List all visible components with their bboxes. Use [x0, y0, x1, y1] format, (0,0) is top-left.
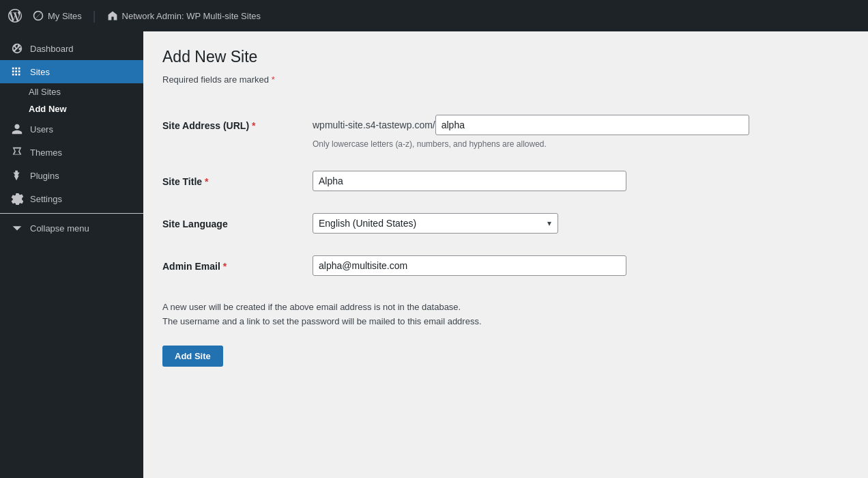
sidebar-sub-all-sites[interactable]: All Sites	[0, 83, 143, 100]
sidebar-item-sites[interactable]: Sites	[0, 60, 143, 83]
sidebar-item-collapse[interactable]: Collapse menu	[0, 216, 143, 240]
site-title-label: Site Title *	[162, 160, 313, 202]
add-new-label: Add New	[29, 104, 67, 114]
page-title: Add New Site	[162, 48, 849, 66]
all-sites-label: All Sites	[29, 87, 61, 97]
info-line-1: A new user will be created if the above …	[162, 300, 849, 315]
my-sites-label: My Sites	[48, 11, 82, 21]
settings-label: Settings	[30, 194, 62, 204]
url-prefix: wpmulti-site.s4-tastewp.com/	[313, 120, 435, 130]
collapse-label: Collapse menu	[30, 223, 89, 234]
home-icon	[107, 10, 118, 21]
site-language-field: English (United States) English (UK) Esp…	[313, 202, 849, 244]
themes-icon	[11, 146, 23, 158]
sidebar-item-themes[interactable]: Themes	[0, 141, 143, 164]
site-title-input[interactable]	[313, 171, 626, 191]
site-address-required: *	[252, 120, 255, 131]
my-sites-icon	[33, 10, 44, 21]
required-note: Required fields are marked *	[162, 74, 849, 85]
site-title-required: *	[205, 176, 208, 187]
collapse-icon	[11, 222, 23, 234]
top-bar: My Sites | Network Admin: WP Multi-site …	[0, 0, 868, 31]
sites-icon	[11, 66, 23, 78]
themes-label: Themes	[30, 147, 62, 158]
main-content: Add New Site Required fields are marked …	[143, 31, 868, 478]
wordpress-icon	[8, 9, 22, 23]
wp-logo-button[interactable]	[8, 9, 22, 23]
sidebar-item-dashboard[interactable]: Dashboard	[0, 37, 143, 60]
network-admin-label: Network Admin: WP Multi-site Sites	[122, 11, 261, 21]
dashboard-icon	[11, 42, 23, 55]
url-hint: Only lowercase letters (a-z), numbers, a…	[313, 139, 849, 149]
sites-label: Sites	[30, 67, 50, 77]
admin-email-required: *	[223, 261, 227, 272]
add-site-button[interactable]: Add Site	[162, 346, 223, 367]
sidebar-item-plugins[interactable]: Plugins	[0, 164, 143, 187]
url-input[interactable]	[435, 115, 749, 135]
site-address-label: Site Address (URL) *	[162, 104, 313, 160]
settings-icon	[11, 193, 23, 205]
language-select-wrapper: English (United States) English (UK) Esp…	[313, 213, 558, 234]
info-line-2: The username and a link to set the passw…	[162, 315, 849, 329]
required-asterisk: *	[272, 74, 275, 85]
sidebar: Dashboard Sites All Sites Add New Users …	[0, 31, 143, 478]
language-select[interactable]: English (United States) English (UK) Esp…	[313, 213, 558, 234]
users-label: Users	[30, 124, 53, 135]
sidebar-divider	[0, 213, 143, 214]
plugins-icon	[11, 169, 23, 182]
admin-email-label: Admin Email *	[162, 244, 313, 287]
sidebar-sub-add-new[interactable]: Add New	[0, 100, 143, 117]
site-title-field	[313, 160, 849, 202]
form-table: Site Address (URL) * wpmulti-site.s4-tas…	[162, 104, 849, 287]
admin-email-field	[313, 244, 849, 287]
separator: |	[93, 9, 96, 23]
sidebar-item-settings[interactable]: Settings	[0, 187, 143, 210]
my-sites-button[interactable]: My Sites	[33, 10, 82, 21]
sidebar-item-users[interactable]: Users	[0, 117, 143, 141]
admin-email-input[interactable]	[313, 255, 626, 276]
site-title-row: Site Title *	[162, 160, 849, 202]
plugins-label: Plugins	[30, 171, 59, 181]
dashboard-label: Dashboard	[30, 44, 74, 54]
site-address-row: Site Address (URL) * wpmulti-site.s4-tas…	[162, 104, 849, 160]
url-wrapper: wpmulti-site.s4-tastewp.com/	[313, 115, 849, 135]
admin-email-row: Admin Email *	[162, 244, 849, 287]
site-language-label: Site Language	[162, 202, 313, 244]
site-language-row: Site Language English (United States) En…	[162, 202, 849, 244]
users-icon	[11, 123, 23, 135]
network-admin-button[interactable]: Network Admin: WP Multi-site Sites	[107, 10, 261, 21]
info-block: A new user will be created if the above …	[162, 300, 849, 329]
layout: Dashboard Sites All Sites Add New Users …	[0, 31, 868, 478]
site-address-field: wpmulti-site.s4-tastewp.com/ Only lowerc…	[313, 104, 849, 160]
